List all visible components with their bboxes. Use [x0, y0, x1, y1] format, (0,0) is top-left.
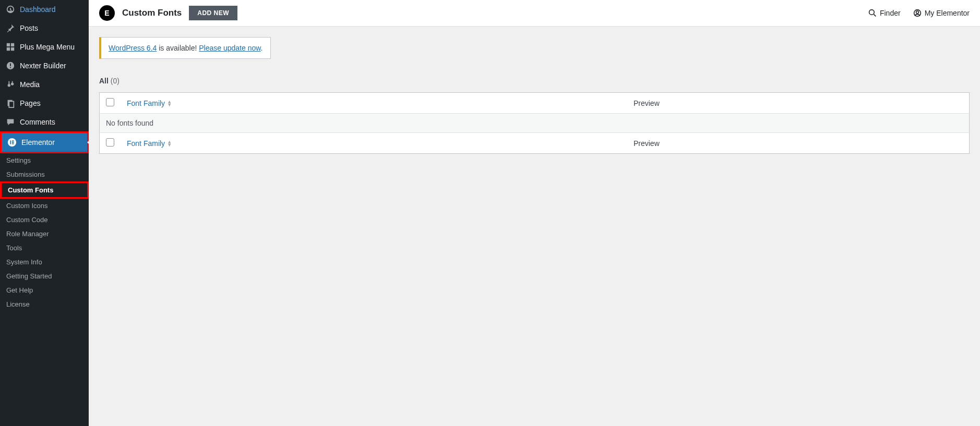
comment-icon — [5, 117, 16, 127]
admin-sidebar: Dashboard Posts Plus Mega Menu Nexter Bu… — [0, 0, 89, 426]
submenu-get-help[interactable]: Get Help — [0, 283, 89, 297]
sidebar-item-media[interactable]: Media — [0, 75, 89, 94]
select-all-checkbox[interactable] — [106, 98, 114, 106]
svg-rect-9 — [8, 81, 9, 85]
filter-all[interactable]: All — [99, 77, 109, 85]
submenu-license[interactable]: License — [0, 297, 89, 311]
svg-rect-1 — [11, 43, 14, 46]
submenu-settings[interactable]: Settings — [0, 153, 89, 167]
svg-rect-3 — [11, 47, 14, 51]
submenu-custom-fonts[interactable]: Custom Fonts — [0, 181, 89, 199]
svg-rect-17 — [12, 143, 14, 144]
sidebar-label: Pages — [20, 99, 41, 107]
svg-rect-2 — [7, 47, 10, 51]
fonts-table: Font Family ▲▼ Preview No fonts found — [99, 92, 970, 154]
select-all-checkbox-footer[interactable] — [106, 138, 114, 147]
notice-text: is available! — [157, 44, 199, 52]
no-fonts-message: No fonts found — [100, 114, 970, 133]
svg-rect-15 — [12, 140, 14, 141]
sidebar-item-mega-menu[interactable]: Plus Mega Menu — [0, 38, 89, 56]
svg-point-21 — [916, 11, 918, 14]
sidebar-item-posts[interactable]: Posts — [0, 19, 89, 38]
sidebar-label: Media — [20, 80, 40, 89]
finder-label: Finder — [880, 9, 901, 17]
sidebar-item-dashboard[interactable]: Dashboard — [0, 0, 89, 19]
pin-icon — [5, 23, 16, 33]
column-font-family-footer[interactable]: Font Family ▲▼ — [127, 139, 172, 148]
sidebar-label: Nexter Builder — [20, 62, 66, 70]
svg-rect-5 — [10, 64, 11, 66]
search-icon — [868, 9, 877, 17]
column-font-family[interactable]: Font Family ▲▼ — [127, 99, 172, 107]
submenu-getting-started[interactable]: Getting Started — [0, 269, 89, 283]
submenu-role-manager[interactable]: Role Manager — [0, 227, 89, 241]
my-elementor-label: My Elementor — [925, 9, 970, 17]
top-bar: E Custom Fonts ADD NEW Finder My Element… — [89, 0, 980, 27]
elementor-logo-icon: E — [99, 5, 115, 21]
sort-icon: ▲▼ — [167, 100, 172, 106]
sidebar-label: Dashboard — [20, 5, 56, 14]
page-title: Custom Fonts — [122, 8, 182, 18]
sidebar-label: Elementor — [21, 138, 55, 147]
dashboard-icon — [5, 4, 16, 15]
sidebar-item-nexter[interactable]: Nexter Builder — [0, 56, 89, 75]
svg-rect-14 — [10, 140, 11, 144]
submenu-tools[interactable]: Tools — [0, 241, 89, 255]
submenu-custom-code[interactable]: Custom Code — [0, 213, 89, 227]
main-content: E Custom Fonts ADD NEW Finder My Element… — [89, 0, 980, 426]
sidebar-item-comments[interactable]: Comments — [0, 113, 89, 131]
filter-all-count: (0) — [111, 77, 119, 85]
column-preview-footer: Preview — [627, 133, 970, 154]
sidebar-item-elementor[interactable]: Elementor — [0, 131, 89, 153]
column-preview: Preview — [627, 93, 970, 114]
svg-rect-10 — [12, 81, 13, 84]
update-notice: WordPress 6.4 is available! Please updat… — [99, 37, 271, 59]
elementor-icon — [7, 137, 17, 148]
grid-icon — [5, 42, 16, 52]
wordpress-version-link[interactable]: WordPress 6.4 — [109, 44, 157, 52]
submenu-custom-icons[interactable]: Custom Icons — [0, 199, 89, 213]
column-font-label: Font Family — [127, 99, 165, 107]
notice-end: . — [261, 44, 263, 52]
svg-rect-6 — [10, 67, 11, 68]
sort-icon: ▲▼ — [167, 140, 172, 147]
sidebar-label: Plus Mega Menu — [20, 43, 75, 51]
add-new-button[interactable]: ADD NEW — [189, 6, 237, 20]
svg-rect-12 — [9, 101, 14, 107]
finder-button[interactable]: Finder — [868, 9, 901, 17]
user-icon — [913, 9, 922, 17]
sidebar-label: Comments — [20, 118, 55, 126]
filter-links: All (0) — [99, 77, 970, 85]
table-row-empty: No fonts found — [100, 114, 970, 133]
svg-point-18 — [869, 10, 875, 15]
sidebar-item-pages[interactable]: Pages — [0, 94, 89, 113]
svg-line-19 — [874, 14, 876, 16]
column-font-label-footer: Font Family — [127, 139, 165, 148]
sidebar-label: Posts — [20, 24, 38, 32]
media-icon — [5, 79, 16, 90]
svg-rect-16 — [12, 142, 14, 143]
svg-rect-0 — [7, 43, 10, 46]
alert-icon — [5, 60, 16, 71]
content-area: WordPress 6.4 is available! Please updat… — [89, 27, 980, 164]
update-now-link[interactable]: Please update now — [199, 44, 260, 52]
submenu-submissions[interactable]: Submissions — [0, 167, 89, 181]
submenu-system-info[interactable]: System Info — [0, 255, 89, 269]
my-elementor-button[interactable]: My Elementor — [913, 9, 970, 17]
pages-icon — [5, 98, 16, 108]
